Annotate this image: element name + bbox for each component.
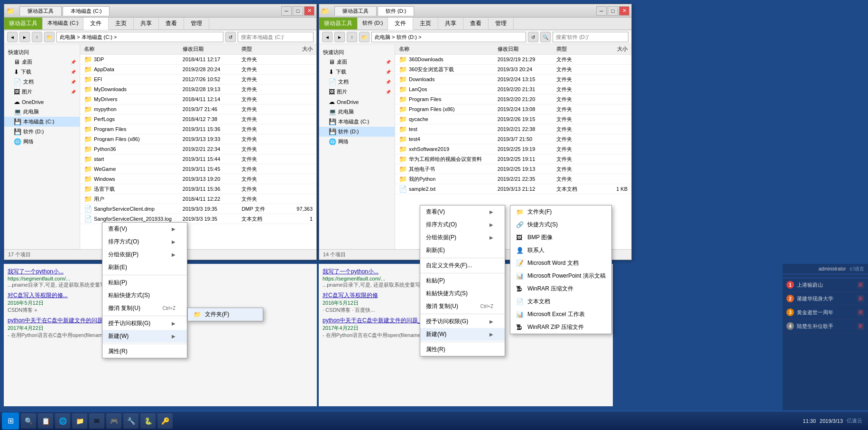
table-row[interactable]: 📁 qycache 2019/2/26 19:15 文件夹 [395, 114, 631, 124]
left-address-input[interactable] [56, 32, 223, 42]
left-close-btn[interactable]: ✕ [304, 6, 314, 16]
right-new-zip[interactable]: 🗜 WinRAR ZIP 压缩文件 [510, 321, 611, 334]
list-item[interactable]: 3 黄金逝世一周年 新 [783, 306, 868, 319]
table-row[interactable]: 📁 华为工程师给的视频会议室资料 2019/2/25 19:11 文件夹 [395, 154, 631, 164]
right-new-bmp[interactable]: 🖼 BMP 图像 [510, 231, 611, 244]
left-share-tab[interactable]: 共享 [134, 18, 159, 29]
right-sidebar-pics[interactable]: 🖼 图片 📌 [319, 87, 395, 97]
right-sidebar-network[interactable]: 🌐 网络 [319, 137, 395, 147]
left-ctx-pasteshortcut[interactable]: 粘贴快捷方式(S) [102, 289, 187, 302]
table-row[interactable]: 📁 360安全浏览器下载 2019/3/3 20:24 文件夹 [395, 65, 631, 75]
right-view-tab[interactable]: 查看 [463, 18, 489, 29]
table-row[interactable]: 📁 用户 2018/4/11 12:22 文件夹 [80, 194, 316, 204]
right-search-icon[interactable]: 🔍 [540, 32, 551, 42]
left-ctx-props[interactable]: 属性(R) [102, 345, 187, 358]
left-article1-link[interactable]: 我写了一个python小... [8, 268, 64, 275]
right-new-rar[interactable]: 🗜 WinRAR 压缩文件 [510, 282, 611, 295]
left-sidebar-ddrive[interactable]: 💾 软件 (D:) [4, 127, 80, 137]
right-new-txt[interactable]: 📄 文本文档 [510, 295, 611, 308]
left-sidebar-onedrive[interactable]: ☁ OneDrive [4, 97, 80, 107]
left-maximize-btn[interactable]: □ [293, 6, 303, 16]
right-ctx-pasteshortcut[interactable]: 粘贴快捷方式(S) [420, 287, 505, 300]
left-driver-ribbon-tab[interactable]: 驱动器工具 [4, 18, 43, 29]
right-forward-btn[interactable]: ► [334, 32, 345, 42]
left-up-btn[interactable]: ↑ [32, 32, 42, 42]
right-ctx-refresh[interactable]: 刷新(E) [420, 244, 505, 257]
list-item[interactable]: 4 陆楚生补位歌手 新 [783, 319, 868, 333]
right-home-tab[interactable]: 主页 [413, 18, 438, 29]
right-up-btn[interactable]: ↑ [347, 32, 357, 42]
table-row[interactable]: 📁 LanQos 2019/2/20 21:31 文件夹 [395, 84, 631, 94]
left-col-name[interactable]: 名称 [80, 46, 183, 53]
left-driver-tab[interactable]: 驱动器工具 [19, 6, 62, 16]
left-ctx-paste[interactable]: 粘贴(P) [102, 276, 187, 289]
left-refresh-btn[interactable]: ↺ [225, 32, 236, 42]
right-new-shortcut[interactable]: 🔗 快捷方式(S) [510, 218, 611, 231]
taskbar-explorer[interactable]: 📁 [72, 413, 87, 429]
table-row[interactable]: 📁 Program Files (x86) 2019/3/13 19:33 文件… [80, 134, 316, 144]
left-disk-tab[interactable]: 本地磁盘 (C:) [63, 6, 110, 16]
right-refresh-btn[interactable]: ↺ [528, 32, 538, 42]
left-forward-btn[interactable]: ► [19, 32, 30, 42]
table-row[interactable]: 📁 迅雷下载 2019/3/11 15:36 文件夹 [80, 184, 316, 194]
right-ctx-paste[interactable]: 粘贴(P) [420, 274, 505, 287]
left-col-size[interactable]: 大小 [281, 46, 316, 53]
taskbar-browser[interactable]: 🌐 [55, 413, 70, 429]
taskbar-python[interactable]: 🐍 [140, 413, 156, 429]
left-sidebar-thispc[interactable]: 💻 此电脑 [4, 107, 80, 117]
left-ctx-view[interactable]: 查看(V) ▶ [102, 223, 187, 235]
right-col-size[interactable]: 大小 [596, 46, 631, 53]
table-row[interactable]: 📁 360Downloads 2019/2/19 21:29 文件夹 [395, 55, 631, 65]
table-row[interactable]: 📁 xxhSoftware2019 2019/2/25 19:19 文件夹 [395, 144, 631, 154]
right-ctx-undo[interactable]: 撤消 复制(U) Ctrl+Z [420, 300, 505, 313]
table-row[interactable]: 📁 test 2019/2/21 22:38 文件夹 [395, 124, 631, 134]
right-sidebar-docs[interactable]: 📄 文档 📌 [319, 77, 395, 87]
table-row[interactable]: 📁 PerfLogs 2018/4/12 7:38 文件夹 [80, 114, 316, 124]
right-new-ppt[interactable]: 📊 Microsoft PowerPoint 演示文稿 [510, 270, 611, 282]
list-item[interactable]: 1 上港输蔚山 新 [783, 278, 868, 292]
table-row[interactable]: 📁 Program Files 2019/3/11 15:36 文件夹 [80, 124, 316, 134]
right-ctx-customize[interactable]: 自定义文件夹(F)... [420, 259, 505, 272]
left-ctx-refresh[interactable]: 刷新(E) [102, 261, 187, 274]
right-manage-tab[interactable]: 管理 [489, 18, 514, 29]
start-button[interactable]: ⊞ [2, 412, 19, 430]
right-file-tab[interactable]: 文件 [388, 18, 413, 30]
table-row[interactable]: 📁 EFI 2012/7/26 10:52 文件夹 [80, 75, 316, 84]
taskbar-mail[interactable]: ✉ [89, 413, 104, 429]
table-row[interactable]: 📁 WeGame 2019/3/11 15:45 文件夹 [80, 164, 316, 174]
left-col-type[interactable]: 类型 [241, 46, 281, 53]
right-sidebar-onedrive[interactable]: ☁ OneDrive [319, 97, 395, 107]
right-sidebar-thispc[interactable]: 💻 此电脑 [319, 107, 395, 117]
right-sidebar-downloads[interactable]: ⬇ 下载 📌 [319, 67, 395, 77]
table-row[interactable]: 📁 我的Python 2019/2/21 22:35 文件夹 [395, 174, 631, 184]
right-maximize-btn[interactable]: □ [608, 6, 618, 16]
left-localdisk-ribbon-tab[interactable]: 本地磁盘 (C:) [43, 18, 83, 29]
table-row[interactable]: 📁 3DP 2018/4/11 12:17 文件夹 [80, 55, 316, 65]
right-folder-btn[interactable]: 📁 [359, 32, 369, 42]
right-new-excel[interactable]: 📊 Microsoft Excel 工作表 [510, 308, 611, 321]
table-row[interactable]: 📁 test4 2019/3/7 21:50 文件夹 [395, 134, 631, 144]
table-row[interactable]: 📁 MyDownloads 2019/2/28 19:13 文件夹 [80, 84, 316, 94]
table-row[interactable]: 📄 SangforServiceClient.dmp 2019/3/3 19:3… [80, 204, 316, 214]
right-disk-tab[interactable]: 软件 (D:) [378, 6, 414, 16]
list-item[interactable]: 2 莆建华现身大学 新 [783, 292, 868, 306]
table-row[interactable]: 📁 AppData 2019/2/28 20:24 文件夹 [80, 65, 316, 75]
right-driver-ribbon-tab[interactable]: 驱动器工具 [319, 18, 358, 29]
right-sidebar-desktop[interactable]: 🖥 桌面 📌 [319, 57, 395, 67]
left-back-btn[interactable]: ◄ [7, 32, 18, 42]
right-article2-link[interactable]: 对C盘写入等权限的修 [323, 292, 378, 299]
table-row[interactable]: 📁 Program Files (x86) 2019/2/24 13:08 文件… [395, 104, 631, 114]
right-driver-tab[interactable]: 驱动器工具 [334, 6, 377, 16]
left-sidebar-pics[interactable]: 🖼 图片 📌 [4, 87, 80, 97]
table-row[interactable]: 📁 Program Files 2019/2/20 21:20 文件夹 [395, 94, 631, 104]
left-sidebar-downloads[interactable]: ⬇ 下载 📌 [4, 67, 80, 77]
table-row[interactable]: 📁 Downloads 2019/2/24 13:15 文件夹 [395, 75, 631, 84]
right-sidebar-ddrive[interactable]: 💾 软件 (D:) [319, 127, 395, 137]
table-row[interactable]: 📁 Windows 2019/3/13 19:20 文件夹 [80, 174, 316, 184]
left-sidebar-network[interactable]: 🌐 网络 [4, 137, 80, 147]
right-col-type[interactable]: 类型 [556, 46, 596, 53]
right-search-input[interactable] [553, 32, 628, 42]
left-ctx-group[interactable]: 分组依据(P) ▶ [102, 248, 187, 261]
left-search-input[interactable] [238, 32, 314, 42]
right-sidebar-cdrive[interactable]: 💾 本地磁盘 (C:) [319, 117, 395, 127]
